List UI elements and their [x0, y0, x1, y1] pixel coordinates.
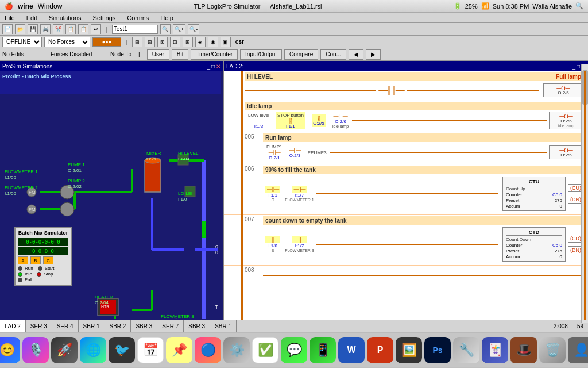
lolevel-label: LO-LEl I:1/0 [178, 191, 192, 203]
batch-btn-a[interactable]: A [18, 256, 28, 264]
full-light [18, 278, 22, 282]
batch-btn-c[interactable]: C [43, 256, 53, 264]
toolbar-1: 📄 📂 💾 🖨️ ✂️ 📋 📋 ↩ | 🔍 🔍+ 🔍- [0, 23, 588, 36]
save-btn[interactable]: 💾 [28, 24, 38, 34]
csr-label: csr [233, 39, 246, 45]
tab-compare[interactable]: Compare [284, 49, 318, 60]
lad-maximize[interactable]: □ [577, 63, 580, 70]
batch-full-indicator: Full [18, 277, 68, 282]
wine-menu[interactable]: wine [18, 2, 33, 10]
rung-btn5[interactable]: ⊞ [183, 37, 193, 47]
undo-btn[interactable]: ↩ [91, 24, 101, 34]
dock-calendar[interactable]: 📅 [137, 337, 164, 363]
rung-btn1[interactable]: ⊞ [132, 37, 142, 47]
menu-help[interactable]: Help [158, 14, 176, 21]
tab-io[interactable]: Input/Output [240, 49, 282, 60]
toolbar-3: No Edits Forces Disabled Node To | User … [0, 48, 588, 61]
copy-btn[interactable]: 📋 [65, 24, 76, 34]
lad-title: LAD 2: [226, 63, 244, 70]
bottom-tab-lad2[interactable]: LAD 2 [0, 320, 26, 332]
tab-forward[interactable]: ▶ [366, 49, 381, 60]
rung-btn6[interactable]: ◈ [195, 37, 206, 47]
dock-settings[interactable]: ⚙️ [223, 337, 250, 363]
stop-light[interactable] [37, 272, 41, 277]
rung-btn8[interactable]: ▣ [220, 37, 231, 47]
dock-safari[interactable]: 🌐 [80, 337, 106, 363]
search-btn[interactable]: 🔍 [160, 24, 171, 34]
pump1-label: PUMP 1 O:2/01 [68, 162, 85, 174]
bottom-tab-sbr3b[interactable]: SBR 3 [184, 320, 210, 332]
zoom-out-btn[interactable]: 🔍- [188, 24, 199, 34]
rung-btn3[interactable]: ⊠ [157, 37, 168, 47]
print-btn[interactable]: 🖨️ [40, 24, 51, 34]
lad-minimize[interactable]: _ [572, 63, 575, 70]
menu-comms[interactable]: Comms [125, 14, 151, 21]
status-position: 2:008 [554, 323, 568, 329]
dock-trash[interactable]: 🗑️ [539, 337, 566, 363]
rung-btn2[interactable]: ⊟ [145, 37, 155, 47]
prosim-maximize[interactable]: □ [211, 63, 215, 70]
prosim-close[interactable]: ✕ [216, 63, 220, 70]
dock-photoshop[interactable]: Ps [424, 337, 451, 363]
window-menu[interactable]: Window [38, 2, 63, 10]
dock-powerpoint[interactable]: P [367, 337, 393, 363]
tab-timer[interactable]: Timer/Counter [191, 49, 238, 60]
prosim-minimize[interactable]: _ [207, 63, 210, 70]
mode-select[interactable]: OFFLINE [2, 37, 42, 47]
dock-music[interactable]: 🔵 [195, 337, 221, 363]
dock-unknown[interactable]: 🎩 [510, 337, 537, 363]
bottom-tab-ser3[interactable]: SER 3 [26, 320, 52, 332]
dock-photos[interactable]: 🐦 [109, 337, 135, 363]
tab-bit[interactable]: Bit [172, 49, 189, 60]
dock-photos2[interactable]: 🖼️ [396, 337, 422, 363]
start-light[interactable] [38, 266, 42, 271]
flowmeter3-label: FLOWMETER 3 I:1/07 [161, 314, 194, 320]
dock-reminders[interactable]: ✅ [252, 337, 278, 363]
menu-file[interactable]: File [2, 14, 17, 21]
menu-settings[interactable]: Settings [91, 14, 118, 21]
no-edits-label: No Edits [2, 51, 48, 57]
user-name: Walla Alshafie [532, 3, 572, 10]
dock-siri[interactable]: 🎙️ [22, 337, 49, 363]
dock-keychain[interactable]: 🃏 [482, 337, 508, 363]
rung-005: 005 Run lamp PUMP1 —| |— O:2/1 —| |— [224, 132, 588, 164]
dock-notes[interactable]: 📌 [166, 337, 192, 363]
tab-con[interactable]: Con... [320, 49, 346, 60]
paste-btn[interactable]: 📋 [78, 24, 88, 34]
idle-light [18, 272, 22, 277]
tab-user[interactable]: User [147, 49, 169, 60]
batch-btn-b[interactable]: B [30, 256, 41, 264]
dock-finder[interactable]: 😊 [0, 337, 20, 363]
bottom-tab-ser4[interactable]: SER 4 [52, 320, 79, 332]
dock-systemprefs[interactable]: 🔧 [453, 337, 479, 363]
tab-more[interactable]: ◀ [349, 49, 363, 60]
bottom-tab-ser7[interactable]: SER 7 [157, 320, 184, 332]
cut-btn[interactable]: ✂️ [53, 24, 63, 34]
dock-user2[interactable]: 👤 [568, 337, 588, 363]
open-btn[interactable]: 📂 [15, 24, 25, 34]
lad-content-area[interactable]: HI LEVEL Full lamp —| |— —( )— O:2/6 [224, 71, 588, 320]
batch-idle-indicator: Idle Stop [18, 271, 68, 277]
prosim-panel: ProSim Simulations _ □ ✕ [0, 61, 224, 320]
bottom-tab-sbr1b[interactable]: SBR 1 [210, 320, 237, 332]
dock-word[interactable]: W [338, 337, 365, 363]
lad-panel: LAD 2: _ □ ✕ HI LEVEL Full lamp [224, 61, 588, 320]
batch-buttons: A B C [18, 256, 68, 264]
rung-btn7[interactable]: ◉ [208, 37, 218, 47]
flowmeter1-label: FLOWMETER 1 I:1/05 [5, 169, 38, 181]
dock-messages[interactable]: 💬 [281, 337, 307, 363]
forces-select[interactable]: No Forces [44, 37, 90, 47]
apple-icon[interactable]: 🍎 [5, 2, 13, 10]
zoom-in-btn[interactable]: 🔍+ [173, 24, 185, 34]
menu-edit[interactable]: Edit [24, 14, 40, 21]
bottom-tab-sbr2[interactable]: SBR 2 [105, 320, 131, 332]
rung-btn4[interactable]: ⊡ [170, 37, 180, 47]
new-btn[interactable]: 📄 [2, 24, 13, 34]
toolbar-search-input[interactable] [112, 25, 158, 34]
bottom-tab-sbr1[interactable]: SBR 1 [79, 320, 105, 332]
bottom-tab-sbr3[interactable]: SBR 3 [131, 320, 157, 332]
dock-facetime[interactable]: 📱 [310, 337, 336, 363]
menu-simulations[interactable]: Simulations [47, 14, 84, 21]
dock-launchpad[interactable]: 🚀 [51, 337, 78, 363]
search-icon[interactable]: 🔍 [575, 2, 583, 10]
